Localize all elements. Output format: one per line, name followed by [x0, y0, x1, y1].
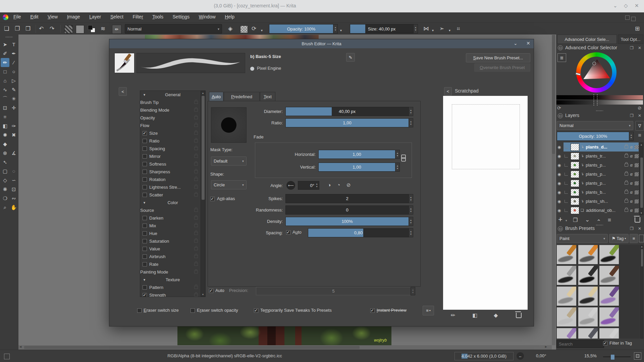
shade-bar-2[interactable] — [556, 100, 643, 105]
ratio-spinner[interactable]: ▲▼ — [409, 118, 413, 127]
brush-option-row[interactable]: ▼ Softness — [140, 160, 205, 168]
brush-option-row[interactable]: ▼ Size — [140, 129, 205, 137]
brush-settings-icon[interactable]: ≋ — [101, 25, 105, 33]
layer-lock-icon[interactable] — [625, 154, 628, 159]
brush-preset-item[interactable] — [556, 286, 577, 306]
window-shade-icon[interactable] — [631, 17, 636, 21]
menu-item[interactable]: View — [48, 14, 58, 19]
mirror-horizontal-dropdown-icon[interactable]: ▾ — [432, 27, 434, 34]
panel-lock-icon[interactable] — [558, 45, 563, 50]
shade-bar-1[interactable] — [556, 95, 643, 100]
brush-option-row[interactable]: ▼ Lightness Stre... — [140, 183, 205, 191]
options-scrollbar[interactable]: ▲ ▼ — [201, 91, 205, 297]
calligraphy-tool[interactable]: ✒ — [9, 49, 18, 58]
dialog-titlebar[interactable]: Brush Editor — Krita ⌄ ✕ — [109, 39, 534, 48]
add-layer-dropdown-icon[interactable]: ▾ — [566, 219, 567, 222]
zoom-slider-track[interactable] — [603, 356, 631, 357]
preset-detail-icon[interactable] — [639, 235, 644, 242]
lock-icon[interactable] — [194, 192, 198, 197]
brush-option-row[interactable]: ▼ Source — [140, 206, 205, 214]
scratchpad-clear-icon[interactable] — [516, 313, 522, 319]
alpha-lock-icon[interactable]: α — [630, 172, 633, 177]
bezier-select-tool[interactable]: ❍ — [1, 194, 9, 203]
brush-option-row[interactable]: ▼ Hue — [140, 230, 205, 237]
lock-icon[interactable] — [194, 100, 198, 105]
layer-lock-icon[interactable] — [625, 208, 628, 213]
alpha-inherit-icon[interactable] — [635, 163, 639, 167]
polygon-select-tool[interactable]: ◇ — [1, 176, 9, 185]
layer-lock-icon[interactable] — [625, 181, 628, 186]
option-checkbox[interactable] — [143, 247, 147, 251]
lock-icon[interactable] — [194, 169, 198, 174]
layer-lock-icon[interactable] — [625, 199, 628, 204]
tool-button[interactable] — [9, 112, 18, 121]
alpha-inherit-icon[interactable] — [635, 199, 639, 203]
gradient-chooser[interactable] — [64, 25, 73, 34]
lock-icon[interactable] — [194, 108, 198, 113]
dialog-detach-icon[interactable]: ⌄ — [514, 41, 518, 46]
maximize-icon[interactable]: ◇ — [624, 3, 628, 9]
menu-item[interactable]: Window — [199, 14, 216, 19]
option-checkbox[interactable] — [143, 162, 147, 166]
angle-clock-icon[interactable]: ◑ — [328, 182, 331, 188]
magnetic-select-tool[interactable]: ∾ — [9, 194, 18, 203]
lock-icon[interactable] — [194, 216, 198, 221]
option-checkbox[interactable] — [143, 185, 147, 189]
canvas-rotation-dial[interactable]: ↔ — [517, 352, 524, 360]
layer-thumbnail[interactable] — [571, 207, 579, 214]
pan-tool[interactable]: ✋ — [9, 203, 18, 212]
inherit-alpha-icon[interactable]: ↴ — [581, 172, 584, 176]
measure-tool[interactable]: ∡ — [9, 148, 18, 158]
layer-thumbnail[interactable] — [571, 198, 579, 205]
alpha-lock-icon[interactable]: α — [630, 208, 633, 213]
layer-row[interactable]: ◉ ↴ ❏ additional_ob... α — [556, 206, 643, 215]
dynamic-brush-tool[interactable]: ⌒ — [1, 94, 9, 103]
layer-properties-icon[interactable]: ≡ — [608, 217, 611, 224]
brush-option-row[interactable]: ▼ Flow — [140, 122, 205, 129]
eraser-mode-icon[interactable]: ◈ — [228, 25, 232, 33]
visibility-eye-icon[interactable]: ◉ — [557, 181, 561, 186]
close-icon[interactable]: ✕ — [635, 3, 639, 9]
bezier-curve-tool[interactable]: ∿ — [1, 85, 9, 94]
angle-reset-icon[interactable]: ⊘ — [346, 182, 351, 188]
layer-row[interactable]: ◉ ↴ ❏ plants_b... α — [556, 188, 643, 197]
link-fade-icon2[interactable] — [401, 157, 406, 162]
size-slider[interactable]: Size: 40,00 px — [350, 24, 414, 34]
alpha-inherit-icon[interactable] — [635, 208, 639, 213]
add-layer-icon[interactable]: + — [558, 216, 562, 224]
tool-button[interactable] — [9, 158, 18, 167]
save-document-icon[interactable]: ❒ — [25, 25, 31, 33]
transform-tool[interactable]: ⊡ — [1, 103, 9, 112]
scroll-right-icon[interactable]: ▶ — [545, 345, 547, 348]
lock-icon[interactable] — [194, 293, 198, 297]
inherit-alpha-icon[interactable]: ↴ — [581, 199, 584, 203]
selection-display-icon[interactable] — [4, 354, 10, 359]
brush-option-row[interactable]: ▼ Scatter — [140, 191, 205, 199]
alpha-lock-icon[interactable]: α — [630, 154, 633, 159]
size-spinner[interactable]: ▲▼ — [413, 24, 418, 34]
no-color-icon[interactable]: ⊘ — [638, 105, 642, 111]
undo-icon[interactable]: ↶ — [39, 25, 44, 33]
layer-row[interactable]: ◉ ↴ ❏ plants_sh... α — [556, 197, 643, 206]
option-checkbox[interactable] — [143, 177, 147, 182]
layer-row[interactable]: ◉ ↴ ❏ plants_tr... α — [556, 152, 643, 161]
toolbox-drag-handle[interactable] — [5, 37, 13, 38]
delete-layer-icon[interactable] — [635, 217, 640, 224]
rectangle-tool[interactable]: □ — [1, 67, 9, 76]
freehand-select-tool[interactable]: ∽ — [9, 176, 18, 185]
layer-options-icon[interactable]: ≡ — [636, 132, 643, 140]
brush-option-row[interactable]: ▼ Mix — [140, 222, 205, 230]
lock-icon[interactable] — [194, 254, 198, 259]
ellipse-tool[interactable]: ○ — [9, 67, 18, 76]
brush-option-row[interactable]: ▼ Pattern — [140, 284, 205, 291]
brush-option-row[interactable]: ▼ Ratio — [140, 137, 205, 145]
alpha-inherit-icon[interactable] — [635, 154, 639, 158]
close-panel-icon[interactable]: ✕ — [638, 46, 641, 50]
layer-thumbnail[interactable] — [571, 162, 579, 169]
zoom-tool[interactable]: ⌕ — [1, 203, 9, 212]
polygon-tool[interactable]: ⌂ — [1, 76, 9, 85]
layer-row[interactable]: ◉ ↴ ❏ plants_p... α — [556, 179, 643, 188]
gradient-tool[interactable]: ◧ — [1, 121, 9, 130]
lock-icon[interactable] — [194, 131, 198, 136]
assistants-tool[interactable]: ⊗ — [1, 148, 9, 158]
